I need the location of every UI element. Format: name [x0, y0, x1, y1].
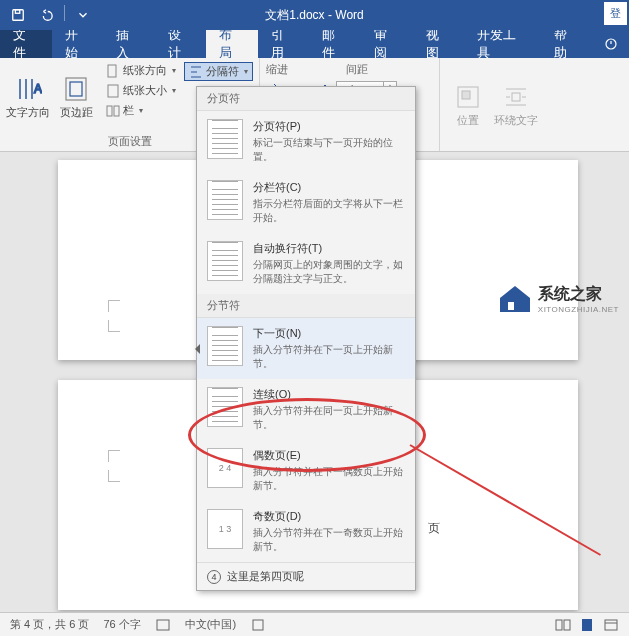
wrap-text-button[interactable]: 环绕文字 — [494, 62, 538, 149]
svg-rect-16 — [556, 620, 562, 630]
web-layout-icon[interactable] — [603, 617, 619, 633]
tab-home[interactable]: 开始 — [52, 30, 104, 58]
indent-label: 缩进 — [266, 62, 288, 77]
tab-insert[interactable]: 插入 — [103, 30, 155, 58]
text-wrap-icon — [207, 241, 243, 281]
dd-page-break-title: 分页符(P) — [253, 119, 405, 134]
svg-rect-7 — [108, 85, 118, 97]
account-button[interactable]: 登 — [604, 2, 627, 25]
dd-text-wrap-desc: 分隔网页上的对象周围的文字，如分隔题注文字与正文。 — [253, 258, 405, 286]
page-marker: 页 — [428, 520, 440, 537]
page-footer-note: 4 这里是第四页呢 — [197, 562, 415, 590]
chevron-down-icon: ▾ — [244, 67, 248, 76]
continuous-icon — [207, 387, 243, 427]
column-break-icon — [207, 180, 243, 220]
tab-layout[interactable]: 布局 — [206, 30, 258, 58]
selection-arrow-icon — [195, 344, 200, 354]
dd-odd-page[interactable]: 1 3 奇数页(D)插入分节符并在下一奇数页上开始新节。 — [197, 501, 415, 562]
svg-rect-0 — [13, 10, 24, 21]
dd-even-page[interactable]: 2 4 偶数页(E)插入分节符并在下一偶数页上开始新节。 — [197, 440, 415, 501]
dd-even-page-title: 偶数页(E) — [253, 448, 405, 463]
tell-me-icon[interactable] — [593, 30, 629, 58]
status-language[interactable]: 中文(中国) — [185, 617, 236, 632]
position-label: 位置 — [457, 113, 479, 128]
svg-rect-1 — [15, 10, 19, 14]
tab-review[interactable]: 审阅 — [361, 30, 413, 58]
watermark-sub: XITONGZHIJIA.NET — [538, 305, 619, 314]
tab-view[interactable]: 视图 — [413, 30, 465, 58]
svg-rect-4 — [66, 78, 86, 100]
tab-help[interactable]: 帮助 — [541, 30, 593, 58]
status-page[interactable]: 第 4 页，共 6 页 — [10, 617, 89, 632]
dd-column-break-title: 分栏符(C) — [253, 180, 405, 195]
note-text: 这里是第四页呢 — [227, 569, 304, 584]
tab-references[interactable]: 引用 — [258, 30, 310, 58]
print-layout-icon[interactable] — [579, 617, 595, 633]
spacing-label: 间距 — [318, 62, 397, 77]
chevron-down-icon: ▾ — [172, 86, 176, 95]
status-bar: 第 4 页，共 6 页 76 个字 中文(中国) — [0, 612, 629, 636]
dd-column-break[interactable]: 分栏符(C)指示分栏符后面的文字将从下一栏开始。 — [197, 172, 415, 233]
margins-button[interactable]: 页边距 — [54, 62, 98, 132]
dd-odd-page-desc: 插入分节符并在下一奇数页上开始新节。 — [253, 526, 405, 554]
tab-mailings[interactable]: 邮件 — [309, 30, 361, 58]
svg-text:A: A — [34, 82, 42, 96]
size-button[interactable]: 纸张大小▾ — [102, 82, 180, 99]
dd-text-wrap-title: 自动换行符(T) — [253, 241, 405, 256]
tab-file[interactable]: 文件 — [0, 30, 52, 58]
even-page-icon: 2 4 — [207, 448, 243, 488]
position-button[interactable]: 位置 — [446, 62, 490, 149]
accessibility-icon[interactable] — [250, 617, 266, 633]
breaks-label: 分隔符 — [206, 64, 239, 79]
chevron-down-icon: ▾ — [172, 66, 176, 75]
title-bar: 文档1.docx - Word 登 — [0, 0, 629, 30]
dd-column-break-desc: 指示分栏符后面的文字将从下一栏开始。 — [253, 197, 405, 225]
read-mode-icon[interactable] — [555, 617, 571, 633]
svg-rect-11 — [462, 91, 470, 99]
svg-rect-12 — [512, 93, 520, 101]
size-label: 纸张大小 — [123, 83, 167, 98]
columns-label: 栏 — [123, 103, 134, 118]
svg-rect-17 — [564, 620, 570, 630]
dd-section-page-breaks: 分页符 — [197, 87, 415, 111]
dd-section-section-breaks: 分节符 — [197, 294, 415, 318]
dd-page-break[interactable]: 分页符(P)标记一页结束与下一页开始的位置。 — [197, 111, 415, 172]
margins-label: 页边距 — [60, 105, 93, 120]
odd-page-icon: 1 3 — [207, 509, 243, 549]
tab-developer[interactable]: 开发工具 — [464, 30, 541, 58]
qa-separator — [64, 5, 65, 21]
text-direction-label: 文字方向 — [6, 105, 50, 120]
dd-next-page[interactable]: 下一页(N)插入分节符并在下一页上开始新节。 — [197, 318, 415, 379]
text-direction-button[interactable]: A 文字方向 — [6, 62, 50, 132]
dd-next-page-title: 下一页(N) — [253, 326, 405, 341]
window-title: 文档1.docx - Word — [265, 7, 363, 24]
undo-icon[interactable] — [36, 5, 56, 25]
svg-rect-5 — [70, 82, 82, 96]
dd-continuous[interactable]: 连续(O)插入分节符并在同一页上开始新节。 — [197, 379, 415, 440]
qa-customize-icon[interactable] — [73, 5, 93, 25]
svg-rect-14 — [157, 620, 169, 630]
orientation-label: 纸张方向 — [123, 63, 167, 78]
dd-continuous-title: 连续(O) — [253, 387, 405, 402]
wrap-label: 环绕文字 — [494, 113, 538, 128]
svg-rect-6 — [108, 65, 116, 77]
breaks-button[interactable]: 分隔符▾ — [184, 62, 253, 81]
dd-even-page-desc: 插入分节符并在下一偶数页上开始新节。 — [253, 465, 405, 493]
ribbon-tabs: 文件 开始 插入 设计 布局 引用 邮件 审阅 视图 开发工具 帮助 — [0, 30, 629, 58]
tab-design[interactable]: 设计 — [155, 30, 207, 58]
spellcheck-icon[interactable] — [155, 617, 171, 633]
arrange-group: 位置 环绕文字 — [440, 58, 544, 151]
svg-rect-8 — [107, 106, 112, 116]
orientation-button[interactable]: 纸张方向▾ — [102, 62, 180, 79]
svg-rect-13 — [508, 302, 514, 310]
svg-rect-19 — [605, 620, 617, 630]
chevron-down-icon: ▾ — [139, 106, 143, 115]
status-words[interactable]: 76 个字 — [103, 617, 140, 632]
save-icon[interactable] — [8, 5, 28, 25]
svg-rect-9 — [114, 106, 119, 116]
svg-rect-18 — [582, 619, 592, 631]
page-break-icon — [207, 119, 243, 159]
columns-button[interactable]: 栏▾ — [102, 102, 180, 119]
dd-text-wrap[interactable]: 自动换行符(T)分隔网页上的对象周围的文字，如分隔题注文字与正文。 — [197, 233, 415, 294]
house-icon — [498, 284, 532, 314]
